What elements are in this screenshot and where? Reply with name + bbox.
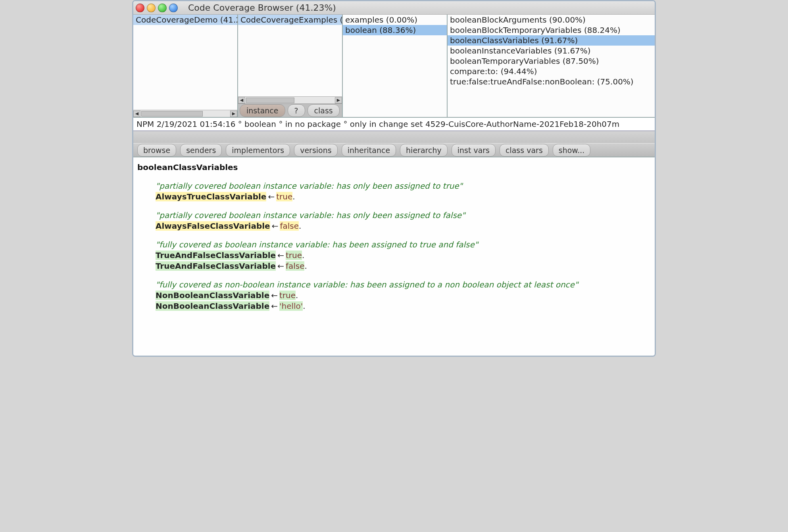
implementors-button[interactable]: implementors: [226, 144, 290, 157]
class-vars-button[interactable]: class vars: [500, 144, 549, 157]
class-item[interactable]: CodeCoverageExamples (41.23%): [238, 15, 342, 25]
code-keyword: false: [286, 261, 305, 271]
code-var: NonBooleanClassVariable: [156, 291, 269, 300]
method-item[interactable]: booleanClassVariables (91.67%): [448, 35, 655, 46]
code-block: "fully covered as boolean instance varia…: [137, 239, 651, 272]
assign-arrow: ←: [269, 301, 279, 311]
packages-pane: CodeCoverageDemo (41.23%) ◀ ▶: [133, 15, 238, 117]
code-comment: "partially covered boolean instance vari…: [156, 181, 463, 191]
method-item[interactable]: compare:to: (94.44%): [448, 66, 655, 77]
protocol-item[interactable]: examples (0.00%): [343, 15, 447, 25]
inst-vars-button[interactable]: inst vars: [452, 144, 496, 157]
protocols-pane: examples (0.00%) boolean (88.36%): [343, 15, 448, 117]
method-item[interactable]: true:false:trueAndFalse:nonBoolean: (75.…: [448, 77, 655, 87]
instance-class-switch: instance ? class: [238, 103, 342, 117]
show-button[interactable]: show...: [553, 144, 590, 157]
methods-list[interactable]: booleanBlockArguments (90.00%) booleanBl…: [448, 15, 655, 117]
assign-arrow: ←: [270, 221, 280, 231]
code-comment: "fully covered as boolean instance varia…: [156, 240, 478, 249]
packages-list[interactable]: CodeCoverageDemo (41.23%): [133, 15, 237, 110]
package-item[interactable]: CodeCoverageDemo (41.23%): [133, 15, 237, 25]
protocol-item[interactable]: boolean (88.36%): [343, 25, 447, 35]
code-var: AlwaysFalseClassVariable: [156, 221, 270, 231]
scroll-right-icon[interactable]: ▶: [335, 97, 342, 103]
minimize-icon[interactable]: [147, 4, 156, 12]
method-item[interactable]: booleanBlockArguments (90.00%): [448, 15, 655, 25]
code-keyword: false: [280, 221, 299, 231]
inheritance-button[interactable]: inheritance: [342, 144, 396, 157]
packages-hscroll[interactable]: ◀ ▶: [133, 110, 237, 117]
method-selector: booleanClassVariables: [137, 162, 651, 173]
code-period: .: [296, 291, 298, 300]
code-keyword: true: [279, 291, 296, 300]
code-keyword: true: [276, 192, 292, 201]
separator: [133, 131, 655, 143]
scroll-right-icon[interactable]: ▶: [230, 111, 237, 117]
maximize-icon[interactable]: [158, 4, 167, 12]
method-item[interactable]: booleanInstanceVariables (91.67%): [448, 46, 655, 56]
senders-button[interactable]: senders: [180, 144, 222, 157]
assign-arrow: ←: [276, 261, 286, 271]
method-item[interactable]: booleanTemporaryVariables (87.50%): [448, 56, 655, 66]
assign-arrow: ←: [276, 251, 286, 260]
code-var: TrueAndFalseClassVariable: [156, 251, 276, 260]
assign-arrow: ←: [269, 291, 279, 300]
methods-pane: booleanBlockArguments (90.00%) booleanBl…: [448, 15, 655, 117]
browse-button[interactable]: browse: [137, 144, 176, 157]
versions-button[interactable]: versions: [294, 144, 338, 157]
code-var: AlwaysTrueClassVariable: [156, 192, 266, 201]
instance-button[interactable]: instance: [240, 104, 285, 117]
assign-arrow: ←: [266, 192, 276, 201]
collapse-icon[interactable]: [169, 4, 178, 12]
scroll-thumb[interactable]: [246, 98, 294, 103]
code-string: 'hello': [279, 301, 303, 311]
code-period: .: [302, 251, 304, 260]
scroll-thumb[interactable]: [141, 111, 203, 117]
code-var: NonBooleanClassVariable: [156, 301, 269, 311]
code-keyword: true: [286, 251, 302, 260]
code-pane[interactable]: booleanClassVariables "partially covered…: [133, 157, 655, 356]
code-period: .: [304, 261, 307, 271]
code-block: "partially covered boolean instance vari…: [137, 181, 651, 202]
code-block: "fully covered as non-boolean instance v…: [137, 279, 651, 312]
classes-hscroll[interactable]: ◀ ▶: [238, 96, 342, 103]
code-var: TrueAndFalseClassVariable: [156, 261, 276, 271]
classes-list[interactable]: CodeCoverageExamples (41.23%): [238, 15, 342, 96]
class-button[interactable]: class: [308, 104, 340, 117]
classes-pane: CodeCoverageExamples (41.23%) ◀ ▶ instan…: [238, 15, 343, 117]
code-comment: "partially covered boolean instance vari…: [156, 211, 465, 220]
code-period: .: [299, 221, 301, 231]
browser-panes: CodeCoverageDemo (41.23%) ◀ ▶ CodeCovera…: [133, 15, 655, 118]
code-coverage-browser-window: Code Coverage Browser (41.23%) CodeCover…: [132, 0, 656, 357]
scroll-left-icon[interactable]: ◀: [133, 111, 140, 117]
status-line: NPM 2/19/2021 01:54:16 ° boolean ° in no…: [133, 118, 655, 131]
scroll-left-icon[interactable]: ◀: [238, 97, 245, 103]
scroll-track[interactable]: [246, 98, 334, 103]
comment-button[interactable]: ?: [288, 104, 305, 117]
code-toolbar: browse senders implementors versions inh…: [133, 143, 655, 157]
scroll-track[interactable]: [141, 111, 229, 117]
close-icon[interactable]: [136, 4, 144, 12]
protocols-list[interactable]: examples (0.00%) boolean (88.36%): [343, 15, 447, 117]
titlebar: Code Coverage Browser (41.23%): [133, 1, 655, 15]
code-period: .: [292, 192, 295, 201]
code-block: "partially covered boolean instance vari…: [137, 210, 651, 232]
hierarchy-button[interactable]: hierarchy: [400, 144, 448, 157]
code-period: .: [303, 301, 305, 311]
code-comment: "fully covered as non-boolean instance v…: [156, 280, 578, 289]
window-title: Code Coverage Browser (41.23%): [188, 3, 336, 13]
method-item[interactable]: booleanBlockTemporaryVariables (88.24%): [448, 25, 655, 35]
